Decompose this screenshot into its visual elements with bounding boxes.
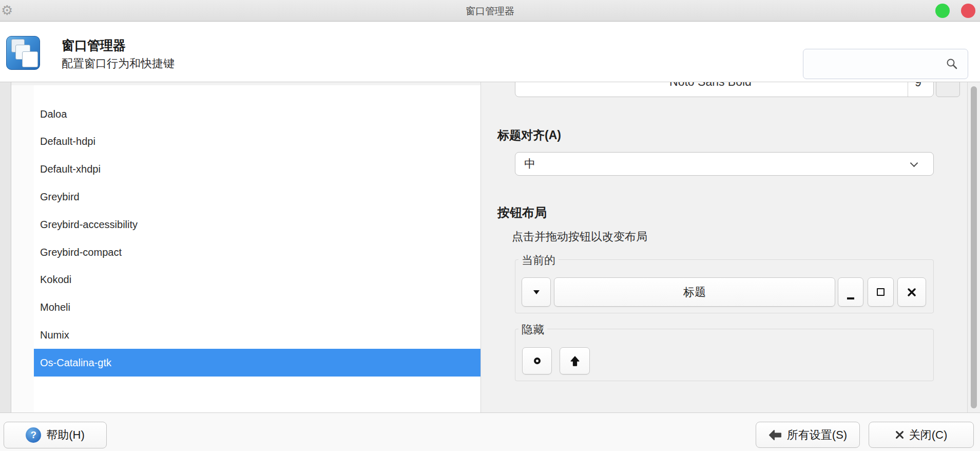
- shade-button[interactable]: [560, 347, 590, 374]
- close-traffic-light[interactable]: [961, 4, 975, 18]
- list-item[interactable]: Kokodi: [34, 266, 481, 294]
- footer-bar: ? 帮助(H) 所有设置(S) 关闭(C): [0, 412, 980, 451]
- close-dialog-button[interactable]: 关闭(C): [869, 422, 974, 448]
- help-question-icon: ?: [26, 427, 41, 443]
- all-settings-button[interactable]: 所有设置(S): [756, 422, 860, 448]
- stick-button[interactable]: [522, 347, 552, 374]
- theme-name: Numix: [40, 329, 69, 341]
- theme-name: Greybird-compact: [40, 247, 122, 258]
- search-icon: [946, 58, 958, 70]
- maximize-button[interactable]: [868, 277, 894, 307]
- dialog-header: 窗口管理器 配置窗口行为和快捷键: [0, 22, 980, 82]
- theme-name: Default-hdpi: [40, 136, 95, 147]
- button-layout-heading: 按钮布局: [497, 204, 547, 221]
- close-x-icon: [907, 287, 917, 297]
- window-manager-dialog: ⚙ 窗口管理器 窗口管理器 配置窗口行为和快捷键 DefaultDaloaDef…: [0, 0, 980, 451]
- title-font-stepper[interactable]: [936, 82, 960, 97]
- theme-list[interactable]: DefaultDaloaDefault-hdpiDefault-xhdpiGre…: [11, 82, 481, 412]
- list-top-edge: [11, 82, 481, 85]
- list-item[interactable]: Numix: [34, 321, 481, 349]
- hidden-layout-label: 隐藏: [518, 322, 547, 337]
- style-panel: Noto Sans Bold 9 标题对齐(A) 中 按钮布局 点击并拖动按钮以…: [482, 82, 967, 412]
- window-title: 窗口管理器: [0, 5, 980, 18]
- list-item[interactable]: Default-xhdpi: [34, 156, 481, 183]
- search-input[interactable]: [803, 49, 968, 79]
- list-item[interactable]: Greybird: [34, 183, 481, 211]
- current-layout-group: 当前的 标题: [515, 259, 934, 313]
- title-area-button[interactable]: 标题: [554, 277, 835, 307]
- theme-name: Os-Catalina-gtk: [40, 357, 111, 369]
- title-font-button[interactable]: Noto Sans Bold 9: [515, 82, 934, 97]
- scrollbar-thumb[interactable]: [971, 86, 977, 408]
- arrow-left-icon: [768, 429, 782, 441]
- help-button[interactable]: ? 帮助(H): [4, 422, 107, 448]
- title-font-size: 9: [915, 82, 921, 89]
- left-rail: [0, 82, 11, 412]
- stick-ring-icon: [534, 358, 541, 364]
- title-alignment-label: 标题对齐(A): [497, 127, 561, 143]
- theme-name: Greybird: [40, 191, 80, 203]
- list-item[interactable]: Greybird-accessibility: [34, 211, 481, 238]
- theme-name: Default-xhdpi: [40, 163, 101, 175]
- title-alignment-value: 中: [524, 156, 535, 172]
- window-manager-icon: [6, 36, 40, 70]
- theme-name: Kokodi: [40, 274, 71, 286]
- hidden-layout-group: 隐藏: [515, 329, 934, 381]
- button-layout-hint: 点击并拖动按钮以改变布局: [512, 229, 647, 245]
- menu-button[interactable]: [522, 277, 551, 307]
- page-title: 窗口管理器: [62, 37, 126, 54]
- menu-triangle-icon: [533, 289, 540, 295]
- close-button[interactable]: [897, 277, 926, 307]
- maximize-icon: [877, 288, 885, 296]
- chevron-down-icon: [910, 159, 918, 167]
- minimize-button[interactable]: [838, 277, 863, 307]
- list-item[interactable]: Daloa: [34, 100, 481, 128]
- current-layout-label: 当前的: [518, 253, 559, 268]
- theme-name: Greybird-accessibility: [40, 219, 138, 231]
- content-area: DefaultDaloaDefault-hdpiDefault-xhdpiGre…: [0, 82, 980, 412]
- theme-name: Moheli: [40, 302, 70, 313]
- list-item[interactable]: Moheli: [34, 294, 481, 322]
- list-item[interactable]: Os-Catalina-gtk: [34, 349, 481, 377]
- minimize-traffic-light[interactable]: [935, 4, 950, 18]
- vertical-scrollbar[interactable]: [967, 82, 980, 412]
- title-font-name: Noto Sans Bold: [515, 82, 906, 89]
- list-item[interactable]: Default-hdpi: [34, 128, 481, 156]
- arrow-up-icon: [569, 355, 581, 367]
- list-item[interactable]: Greybird-compact: [34, 238, 481, 266]
- page-subtitle: 配置窗口行为和快捷键: [62, 56, 175, 71]
- titlebar[interactable]: ⚙ 窗口管理器: [0, 0, 980, 22]
- theme-name: Daloa: [40, 108, 67, 120]
- close-x-icon: [895, 430, 904, 439]
- minimize-icon: [847, 297, 854, 299]
- title-alignment-combobox[interactable]: 中: [515, 152, 934, 176]
